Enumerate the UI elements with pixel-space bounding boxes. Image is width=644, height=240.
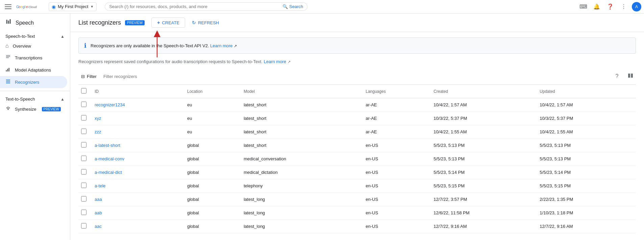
plus-icon: + <box>157 20 160 25</box>
hamburger-menu-button[interactable] <box>3 1 14 12</box>
row-checkbox-4[interactable] <box>81 156 86 161</box>
col-header-location: Location <box>183 85 240 98</box>
row-checkbox-3[interactable] <box>81 142 86 148</box>
sidebar-item-model-adaptations[interactable]: Model Adaptations <box>0 64 67 76</box>
id-link-8[interactable]: aab <box>95 210 102 215</box>
next-page-button[interactable]: › <box>625 237 636 240</box>
main-content: List recognizers PREVIEW + CREATE ↻ REFR… <box>70 14 644 240</box>
id-link-5[interactable]: a-medical-dict <box>95 170 122 175</box>
cell-model: latest_short <box>240 112 362 125</box>
sidebar-item-synthesize[interactable]: Synthesize PREVIEW <box>0 103 67 115</box>
notifications-button[interactable]: 🔔 <box>591 1 602 12</box>
pagination-nav: ‹ › <box>613 237 636 240</box>
column-toggle-button[interactable] <box>625 71 636 82</box>
help-button[interactable]: ❓ <box>605 1 616 12</box>
search-button[interactable]: 🔍 Search <box>282 4 303 9</box>
google-logo-svg: G o o g l e Cloud <box>16 3 43 10</box>
search-input[interactable] <box>109 4 280 9</box>
row-checkbox-8[interactable] <box>81 210 86 215</box>
id-link-6[interactable]: a-tele <box>95 183 106 188</box>
row-checkbox-7[interactable] <box>81 196 86 202</box>
filter-input[interactable] <box>103 74 608 79</box>
columns-icon <box>628 73 633 80</box>
table-body: recognizer1234 eu latest_short ar-AE 10/… <box>78 98 636 233</box>
id-link-2[interactable]: zzz <box>95 129 101 134</box>
cell-languages: ar-AE <box>362 98 429 112</box>
svg-text:l: l <box>25 5 25 9</box>
more-options-button[interactable]: ⋮ <box>618 1 629 12</box>
svg-rect-18 <box>6 81 10 81</box>
cell-location: global <box>183 220 240 233</box>
sidebar-app-title: Speech <box>16 20 34 26</box>
row-checkbox-6[interactable] <box>81 183 86 188</box>
synthesize-preview-badge: PREVIEW <box>42 107 61 111</box>
description-learn-more-link[interactable]: Learn more <box>264 59 286 64</box>
cell-id: a-medical-dict <box>91 166 183 179</box>
select-all-checkbox[interactable] <box>81 88 86 94</box>
hamburger-icon <box>5 3 11 10</box>
project-name: My First Project <box>58 4 88 9</box>
cell-updated: 5/5/23, 5:13 PM <box>536 152 636 166</box>
cell-updated: 1/10/23, 1:18 PM <box>536 206 636 220</box>
cell-location: global <box>183 166 240 179</box>
terminal-icon: ⌨ <box>579 3 587 10</box>
table-row: aac global latest_long en-US 12/7/22, 9:… <box>78 220 636 233</box>
sidebar-header: Speech <box>0 16 70 31</box>
row-checkbox-2[interactable] <box>81 129 86 134</box>
help-table-button[interactable]: ? <box>612 71 622 82</box>
pagination: Rows per page: 10 ▼ 1 – 10 of 157 ‹ › <box>70 233 644 240</box>
id-link-1[interactable]: xyz <box>95 116 101 121</box>
cell-languages: en-US <box>362 139 429 152</box>
sidebar-item-overview[interactable]: ⌂ Overview <box>0 40 67 52</box>
cell-location: eu <box>183 98 240 112</box>
id-link-9[interactable]: aac <box>95 224 102 229</box>
filter-label: Filter <box>87 74 97 79</box>
cell-model: medical_dictation <box>240 166 362 179</box>
create-button[interactable]: + CREATE <box>151 18 185 28</box>
project-selector[interactable]: ◉ My First Project ▼ <box>49 2 97 11</box>
filter-icon: ⊟ <box>81 74 85 79</box>
row-checkbox-9[interactable] <box>81 223 86 229</box>
row-checkbox-cell <box>78 125 91 139</box>
row-checkbox-1[interactable] <box>81 115 86 121</box>
sidebar-item-transcriptions[interactable]: Transcriptions <box>0 52 67 64</box>
sidebar-item-recognizers[interactable]: Recognizers <box>0 76 67 88</box>
refresh-button[interactable]: ↻ REFRESH <box>188 18 223 27</box>
svg-rect-17 <box>6 80 10 80</box>
cell-id: a-medical-conv <box>91 152 183 166</box>
sidebar: Speech Speech-to-Text ▲ ⌂ Overview Trans… <box>0 14 70 240</box>
cell-model: latest_long <box>240 193 362 206</box>
cell-languages: en-US <box>362 152 429 166</box>
id-link-0[interactable]: recognizer1234 <box>95 102 125 107</box>
row-checkbox-5[interactable] <box>81 169 86 175</box>
filter-button[interactable]: ⊟ Filter <box>78 72 99 81</box>
cell-created: 10/4/22, 1:57 AM <box>429 98 536 112</box>
row-checkbox-cell <box>78 166 91 179</box>
svg-rect-11 <box>6 56 10 57</box>
svg-text:e: e <box>26 5 28 9</box>
col-header-created: Created <box>429 85 536 98</box>
id-link-4[interactable]: a-medical-conv <box>95 156 124 161</box>
terminal-icon-button[interactable]: ⌨ <box>578 1 589 12</box>
text-to-speech-section[interactable]: Text-to-Speech ▲ <box>0 94 70 103</box>
table-row: a-latest-short global latest_short en-US… <box>78 139 636 152</box>
cell-id: aaa <box>91 193 183 206</box>
info-learn-more-link[interactable]: Learn more <box>210 43 232 48</box>
speech-to-text-section[interactable]: Speech-to-Text ▲ <box>0 31 70 40</box>
table-row: recognizer1234 eu latest_short ar-AE 10/… <box>78 98 636 112</box>
cell-updated: 2/22/23, 1:35 PM <box>536 193 636 206</box>
cell-updated: 10/3/22, 5:37 PM <box>536 112 636 125</box>
row-checkbox-cell <box>78 98 91 112</box>
cell-location: global <box>183 206 240 220</box>
cell-languages: en-US <box>362 166 429 179</box>
prev-page-button[interactable]: ‹ <box>613 237 624 240</box>
user-avatar[interactable]: A <box>632 2 641 11</box>
id-link-3[interactable]: a-latest-short <box>95 143 120 148</box>
row-checkbox-0[interactable] <box>81 102 86 107</box>
sidebar-label-synthesize: Synthesize <box>15 107 36 112</box>
more-icon: ⋮ <box>621 3 626 10</box>
google-cloud-logo[interactable]: G o o g l e Cloud <box>16 3 43 10</box>
id-link-7[interactable]: aaa <box>95 197 102 202</box>
svg-text:o: o <box>21 5 23 9</box>
table-row: xyz eu latest_short ar-AE 10/3/22, 5:37 … <box>78 112 636 125</box>
